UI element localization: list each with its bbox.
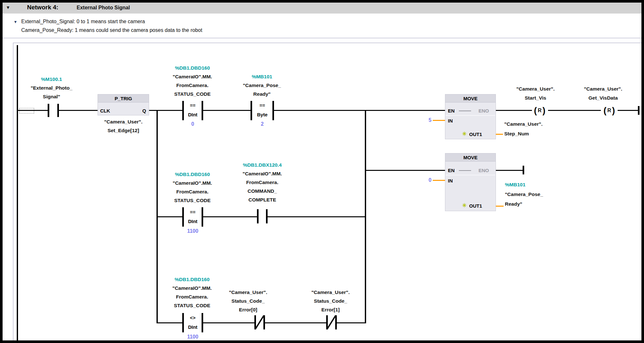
operand-label-status-code-row3[interactable]: %DB1.DBD160 "CameraIO".MM. FromCamera. S… — [162, 275, 222, 310]
lad-network-editor: ▼ Network 4: External Photo Signal ▼ Ext… — [0, 0, 644, 343]
operand-name-line: STATUS_CODE — [162, 301, 222, 310]
no-contact-main[interactable] — [48, 104, 49, 117]
coil-letter: R — [538, 108, 542, 113]
pin-in: IN — [448, 118, 453, 124]
param-wire-in — [433, 180, 445, 181]
wire — [59, 110, 98, 111]
separator-line — [3, 38, 641, 38]
eno-end-terminal — [523, 166, 524, 174]
out-star-icon[interactable]: ✳ — [462, 203, 467, 209]
canvas-top-line — [13, 43, 641, 43]
compare-dtype[interactable]: DInt — [184, 112, 202, 118]
wire — [548, 110, 601, 111]
nc-contact-slash — [255, 315, 264, 330]
param-wire-in — [433, 120, 445, 121]
operand-label-camera-pose-ready[interactable]: %MB101 "Camera_Pose_ Ready" — [235, 72, 289, 98]
compare-operator: == — [184, 209, 202, 215]
coil-letter: R — [607, 108, 611, 113]
pin-eno: ENO — [478, 168, 489, 173]
compare-dtype[interactable]: DInt — [184, 324, 202, 330]
compare-value[interactable]: 2 — [252, 121, 272, 127]
operand-label-start-vis[interactable]: "Camera_User". Start_Vis — [508, 84, 563, 103]
operand-label-camera-pose-ready-out[interactable]: %MB101 "Camera_Pose_ Ready" — [505, 180, 543, 209]
frame-bottom — [0, 340, 644, 343]
operand-name-line: "Camera_User". — [94, 117, 153, 126]
wire — [618, 110, 639, 111]
operand-label-status-code-row1[interactable]: %DB1.DBD160 "CameraIO".MM. FromCamera. S… — [163, 64, 222, 98]
canvas-left-line — [13, 43, 14, 340]
operand-name-line: FromCamera. — [232, 178, 292, 187]
move-instruction-2[interactable]: MOVE EN ENO IN ✳ OUT1 — [445, 153, 496, 211]
network-subtitle[interactable]: External Photo Signal — [77, 5, 130, 11]
compare-dtype[interactable]: DInt — [184, 219, 202, 224]
frame-top — [0, 0, 644, 3]
comment-line-2[interactable]: Camera_Pose_Ready: 1 means could send th… — [21, 27, 202, 34]
wire — [496, 170, 523, 171]
wire — [274, 110, 445, 111]
operand-name-line: COMMAND_ — [232, 187, 292, 195]
operand-label-external-photo-signal[interactable]: %M100.1 "External_Photo_ Signal" — [23, 75, 80, 101]
pin-row-separator — [446, 115, 495, 116]
operand-name-line: Get_VisData — [576, 93, 630, 103]
out-star-icon[interactable]: ✳ — [462, 131, 467, 137]
wire — [158, 322, 182, 323]
operand-label-set-edge[interactable]: "Camera_User". Set_Edge[12] — [94, 117, 153, 135]
no-contact-command-complete[interactable] — [257, 209, 259, 223]
reset-coil-start-vis[interactable]: (R) — [531, 105, 548, 116]
coil-paren: ) — [543, 106, 545, 115]
param-wire-out — [496, 206, 504, 207]
wire — [149, 110, 183, 111]
operand-name-line: STATUS_CODE — [163, 196, 222, 205]
pin-out1: OUT1 — [469, 203, 482, 209]
reset-coil-get-visdata[interactable]: (R) — [601, 105, 618, 116]
network-title: Network 4: — [27, 4, 58, 11]
operand-name-line: Error[1] — [301, 305, 360, 314]
wire — [337, 322, 366, 323]
network-collapse-icon[interactable]: ▼ — [6, 5, 10, 10]
en-eno-dash — [459, 170, 471, 171]
operand-label-command-complete[interactable]: %DB1.DBX120.4 "CameraIO".MM. FromCamera.… — [232, 161, 292, 204]
wire — [366, 170, 445, 171]
operand-address: %DB1.DBD160 — [162, 275, 222, 284]
compare-value[interactable]: 1100 — [180, 228, 205, 234]
power-rail — [17, 45, 18, 340]
operand-name-line: "CameraIO".MM. — [232, 169, 292, 178]
operand-name-line: "CameraIO".MM. — [163, 72, 222, 81]
wire — [203, 110, 251, 111]
operand-address: %M100.1 — [23, 75, 80, 83]
operand-address: %DB1.DBD160 — [163, 170, 222, 179]
operand-name-line: "External_Photo_ — [23, 83, 80, 92]
operand-name-line: COMPLETE — [232, 195, 292, 204]
pin-in: IN — [448, 178, 453, 184]
comment-line-1[interactable]: External_Photo_Signal: 0 to 1 means star… — [21, 18, 145, 25]
en-eno-dash — [459, 111, 471, 111]
compare-value[interactable]: 0 — [184, 121, 202, 127]
operand-address: %MB101 — [235, 72, 289, 81]
operand-address: %DB1.DBD160 — [163, 64, 222, 72]
compare-value[interactable]: 1100 — [180, 334, 205, 340]
pin-row-separator — [446, 175, 495, 175]
operand-name-line: FromCamera. — [163, 81, 222, 90]
compare-dtype[interactable]: Byte — [252, 112, 272, 118]
wire — [18, 110, 48, 111]
operand-name-line: "Camera_Pose_ — [235, 81, 289, 90]
param-wire-out — [496, 134, 503, 135]
operand-label-get-visdata[interactable]: "Camera_User". Get_VisData — [576, 84, 630, 103]
coil-paren: ( — [534, 106, 537, 115]
comment-collapse-icon[interactable]: ▼ — [14, 20, 17, 24]
operand-name-line: Ready" — [505, 199, 543, 209]
operand-name-line: "CameraIO".MM. — [163, 179, 222, 187]
operand-label-step-num[interactable]: "Camera_User". Step_Num — [504, 119, 543, 139]
operand-label-status-code-error0[interactable]: "Camera_User". Status_Code_ Error[0] — [218, 288, 278, 314]
p-trig-instruction[interactable]: P_TRIG CLK Q — [98, 94, 149, 115]
move-instruction-1[interactable]: MOVE EN ENO IN ✳ OUT1 — [445, 94, 496, 139]
move2-in-value[interactable]: 0 — [422, 177, 431, 183]
operand-name-line: "Camera_User". — [504, 119, 543, 129]
operand-label-status-code-error1[interactable]: "Camera_User". Status_Code_ Error[1] — [301, 288, 360, 314]
move1-in-value[interactable]: 5 — [422, 117, 431, 123]
pin-q: Q — [142, 108, 146, 114]
wire — [158, 216, 182, 217]
pin-clk: CLK — [100, 108, 110, 114]
operand-label-status-code-row2[interactable]: %DB1.DBD160 "CameraIO".MM. FromCamera. S… — [163, 170, 222, 205]
wire — [203, 322, 254, 323]
